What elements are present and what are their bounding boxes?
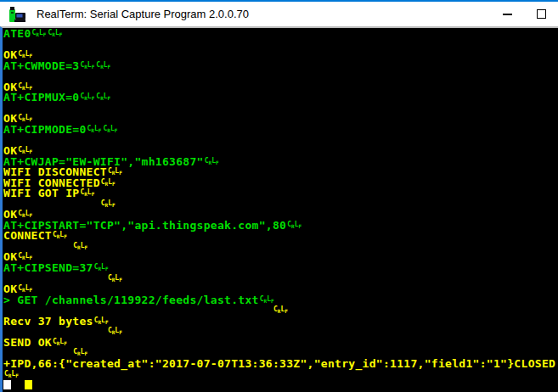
title-bar: RealTerm: Serial Capture Program 2.0.0.7… (0, 0, 558, 26)
terminal-line: CRLF (3, 274, 558, 285)
terminal-line: CRLF (3, 327, 558, 338)
crlf-marker: CRLF (108, 168, 122, 175)
crlf-marker: CRLF (18, 83, 32, 90)
terminal-line: AT+CIPMODE=0CRLFCRLF (3, 125, 558, 136)
crlf-marker: CRLF (48, 30, 62, 36)
crlf-marker: CRLF (18, 115, 32, 121)
terminal-text: AT+CWMODE=3 (3, 59, 79, 72)
terminal-line (3, 104, 558, 115)
realterm-app-icon (8, 6, 27, 23)
terminal-line: AT+CWMODE=3CRLFCRLF (3, 61, 558, 72)
crlf-marker: CRLF (101, 200, 116, 207)
crlf-marker: CRLF (80, 62, 94, 69)
terminal-line: CONNECTCRLF (3, 231, 558, 242)
crlf-marker: CRLF (96, 62, 110, 69)
crlf-marker: CRLF (94, 264, 109, 271)
crlf-marker: CRLF (273, 306, 288, 313)
crlf-marker: CRLF (96, 93, 110, 100)
crlf-marker: CRLF (18, 253, 32, 260)
crlf-marker: CRLF (101, 179, 116, 186)
terminal-line: CRLF (3, 370, 558, 381)
crlf-marker: CRLF (4, 371, 19, 378)
crlf-marker: CRLF (108, 328, 122, 334)
crlf-marker: CRLF (73, 349, 87, 356)
terminal-line (3, 71, 558, 82)
crlf-marker: CRLF (87, 126, 102, 132)
terminal-line: OKCRLF (3, 50, 558, 61)
crlf-marker: CRLF (18, 147, 32, 154)
crlf-marker: CRLF (80, 189, 94, 196)
maximize-button[interactable] (524, 2, 558, 26)
crlf-marker: CRLF (103, 126, 117, 132)
terminal-text: AT+CIPMODE=0 (3, 123, 87, 136)
terminal-text: AT+CIPMUX=0 (3, 91, 79, 104)
window-controls (490, 2, 558, 26)
white-cursor-block (3, 380, 11, 389)
minimize-icon (503, 14, 512, 15)
crlf-marker: CRLF (94, 317, 109, 324)
crlf-marker: CRLF (18, 210, 32, 217)
crlf-marker: CRLF (73, 243, 87, 249)
crlf-marker: CRLF (53, 339, 67, 345)
crlf-marker: CRLF (53, 232, 67, 238)
terminal-line: SEND OKCRLF (3, 338, 558, 349)
crlf-marker: CRLF (205, 158, 219, 165)
terminal-line: AT+CIPMUX=0CRLFCRLF (3, 92, 558, 104)
crlf-marker: CRLF (18, 285, 32, 292)
terminal-line: ATE0CRLFCRLF (3, 29, 558, 40)
terminal-text: ATE0 (3, 27, 31, 40)
terminal-line (3, 40, 558, 51)
window-title: RealTerm: Serial Capture Program 2.0.0.7… (37, 8, 249, 20)
crlf-marker: CRLF (260, 296, 274, 303)
realterm-window: RealTerm: Serial Capture Program 2.0.0.7… (0, 0, 558, 392)
terminal-line: AT+CIPSTART="TCP","api.thingspeak.com",8… (3, 221, 558, 232)
crlf-marker: CRLF (108, 275, 122, 282)
yellow-cursor-block (25, 380, 32, 389)
terminal-line: CRLF (3, 199, 558, 210)
terminal-screen[interactable]: ATE0CRLFCRLFOKCRLFAT+CWMODE=3CRLFCRLFOKC… (0, 26, 558, 392)
maximize-icon (537, 9, 546, 19)
crlf-marker: CRLF (32, 30, 47, 36)
terminal-line (3, 380, 558, 391)
crlf-marker: CRLF (80, 93, 94, 100)
terminal-line: WIFI CONNECTEDCRLF (3, 178, 558, 189)
terminal-line (3, 135, 558, 146)
terminal-text: +IPD,66:{"created_at":"2017-07-07T13:36:… (3, 357, 555, 370)
minimize-button[interactable] (490, 2, 524, 26)
crlf-marker: CRLF (18, 51, 32, 58)
terminal-line: +IPD,66:{"created_at":"2017-07-07T13:36:… (3, 359, 558, 370)
crlf-marker: CRLF (287, 221, 302, 228)
terminal-line: CRLF (3, 242, 558, 253)
terminal-line: OKCRLF (3, 82, 558, 93)
